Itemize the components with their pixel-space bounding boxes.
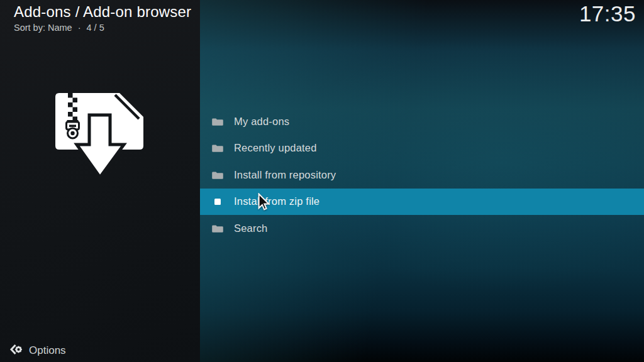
menu-item-label: Install from zip file [234, 195, 319, 207]
zip-file-download-icon [55, 93, 144, 178]
header: Add-ons / Add-on browser Sort by: Name ·… [14, 3, 191, 33]
folder-icon [211, 168, 224, 181]
menu-item-search[interactable]: Search [200, 215, 644, 242]
position-indicator: 4 / 5 [87, 23, 104, 33]
options-bar[interactable]: Options [0, 339, 200, 362]
menu-item-recently-updated[interactable]: Recently updated [200, 135, 644, 162]
sidebar-panel [0, 0, 200, 362]
sort-by-label: Sort by: Name [14, 23, 72, 33]
menu-item-label: Search [234, 222, 267, 234]
folder-icon [211, 222, 224, 234]
menu-item-label: My add-ons [234, 116, 289, 128]
kodi-addon-browser-screen: Add-ons / Add-on browser Sort by: Name ·… [0, 0, 644, 362]
breadcrumb: Sort by: Name · 4 / 5 [14, 23, 191, 33]
separator-dot: · [78, 23, 81, 33]
addon-browser-menu: My add-ons Recently updated Install from… [200, 108, 644, 242]
menu-item-label: Install from repository [234, 169, 336, 181]
file-square-icon [211, 195, 224, 208]
folder-icon [211, 142, 224, 155]
options-gear-icon [9, 343, 23, 358]
clock: 17:35 [579, 1, 636, 26]
menu-item-install-from-repository[interactable]: Install from repository [200, 162, 644, 189]
folder-icon [211, 115, 224, 128]
menu-item-my-addons[interactable]: My add-ons [200, 108, 644, 135]
page-title: Add-ons / Add-on browser [14, 3, 191, 21]
mouse-pointer [258, 193, 270, 212]
menu-item-label: Recently updated [234, 142, 317, 154]
options-label: Options [29, 344, 66, 357]
